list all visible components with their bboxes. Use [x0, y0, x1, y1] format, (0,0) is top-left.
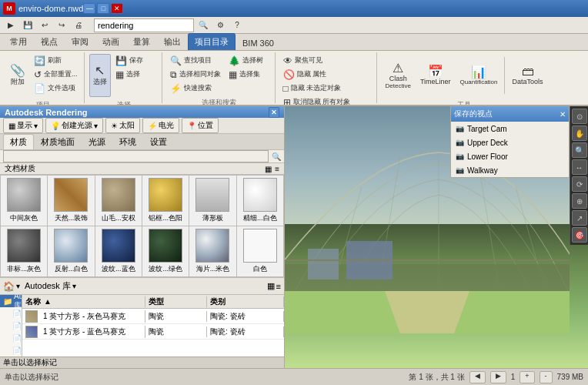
- lib-item-glass[interactable]: 📄 玻璃: [0, 320, 22, 332]
- hide-properties-button[interactable]: 🚫 隐藏 属性: [280, 68, 354, 81]
- home-icon[interactable]: 🏠: [3, 281, 15, 292]
- tab-settings[interactable]: 设置: [143, 134, 174, 149]
- status-nav-next[interactable]: ▶: [490, 371, 506, 383]
- quantification-button[interactable]: 📊 Quantification: [456, 54, 502, 97]
- tab-environment[interactable]: 环境: [112, 134, 143, 149]
- qa-btn-undo[interactable]: ↩: [37, 18, 52, 32]
- position-button[interactable]: 📍 位置: [182, 118, 219, 133]
- tab-changyon[interactable]: 常用: [3, 33, 34, 50]
- list-view-icon[interactable]: ≡: [275, 165, 279, 173]
- tab-bim360[interactable]: BIM 360: [236, 35, 281, 50]
- material-item-5[interactable]: 薄形板: [189, 176, 236, 226]
- datatools-button[interactable]: 🗃 DataTools: [508, 54, 546, 97]
- ribbon-col-project: 🔄 刷新 ↺ 全部重置... 📄 文件选项: [31, 54, 81, 95]
- tab-material-surface[interactable]: 材质地面: [34, 134, 82, 149]
- hide-unselected-button[interactable]: □ 隐藏 未选定对象: [280, 82, 354, 95]
- target-button[interactable]: 🎯: [572, 227, 587, 243]
- search-input[interactable]: [94, 18, 194, 32]
- material-item-8[interactable]: 反射...白色: [48, 226, 94, 276]
- selection-sets-button[interactable]: ▦ 选择集: [226, 68, 272, 81]
- qa-btn-help[interactable]: ?: [229, 18, 245, 32]
- maximize-button[interactable]: □: [97, 3, 109, 14]
- material-item-1[interactable]: 中间灰色: [1, 176, 47, 226]
- panel-close-button[interactable]: ✕: [269, 107, 279, 118]
- qa-btn-1[interactable]: ▶: [3, 18, 18, 32]
- tab-measure[interactable]: 量算: [126, 33, 157, 50]
- tab-materials[interactable]: 材质: [3, 134, 34, 149]
- display-mode-button[interactable]: ▦ 显示 ▾: [3, 118, 43, 133]
- lib-row-2[interactable]: 1 英寸方形 - 蓝色马赛克 陶瓷 陶瓷: 瓷砖: [22, 324, 284, 340]
- status-zoom-out[interactable]: -: [540, 371, 553, 383]
- material-item-7[interactable]: 非标...灰色: [1, 226, 47, 276]
- minimize-button[interactable]: —: [83, 3, 95, 14]
- unhide-all-button[interactable]: ⊞ 取消隐藏 所有对象: [280, 95, 354, 106]
- material-item-9[interactable]: 波纹...蓝色: [95, 226, 142, 276]
- lib-item-board[interactable]: 📄 护板: [0, 344, 22, 357]
- lib-item-surface[interactable]: 📄 表面处理: [0, 307, 22, 320]
- tab-review[interactable]: 审阅: [65, 33, 95, 50]
- quick-search-button[interactable]: ⚡ 快速搜索: [167, 82, 224, 95]
- select-tree-button[interactable]: 🌲 选择树: [226, 54, 272, 67]
- qa-btn-settings[interactable]: ⚙: [212, 18, 228, 32]
- tab-project-dir[interactable]: 项目目录: [188, 33, 236, 50]
- sv-item-4[interactable]: 📷 Walkway: [451, 163, 569, 177]
- tab-output[interactable]: 输出: [157, 33, 188, 50]
- lib-row-1[interactable]: 1 英寸方形 - 灰色马赛克 陶瓷 陶瓷: 瓷砖: [22, 309, 284, 324]
- orbit-button[interactable]: ⊙: [572, 109, 587, 124]
- clash-detective-button[interactable]: ⚠ Clash Detective: [382, 54, 415, 97]
- ribbon-group-tools-content: ⚠ Clash Detective 📅 TimeLiner 📊 Quantifi…: [382, 52, 547, 99]
- sv-item-1[interactable]: 📷 Target Cam: [451, 122, 569, 136]
- sun-button[interactable]: ☀ 太阳: [105, 118, 140, 133]
- rotate-button[interactable]: ⟳: [572, 176, 587, 192]
- tab-viewpoint[interactable]: 视点: [34, 33, 65, 50]
- select-same-button[interactable]: ⧉ 选择相同对象: [167, 68, 224, 81]
- lib-row-1-cat: 陶瓷: 瓷砖: [207, 311, 284, 322]
- material-search-input[interactable]: [3, 150, 269, 162]
- board-icon: 📄: [12, 346, 22, 355]
- material-item-11[interactable]: 海片...米色: [189, 226, 236, 276]
- material-item-10[interactable]: 波纹...绿色: [142, 226, 189, 276]
- find-items-button[interactable]: 🔍 查找项目: [167, 54, 224, 67]
- grid-view-icon[interactable]: ▦: [265, 165, 272, 173]
- col-type: 类型: [145, 296, 207, 307]
- zoom-in-button[interactable]: ⊕: [572, 193, 587, 209]
- folder-icon: 📁: [3, 297, 12, 306]
- focus-visible-button[interactable]: 👁 聚焦可见: [280, 54, 354, 67]
- lib-grid-icon[interactable]: ▦: [267, 281, 275, 291]
- material-item-12[interactable]: 白色: [237, 226, 283, 276]
- lib-item-floor[interactable]: 📄 地板: [0, 332, 22, 344]
- qa-btn-save[interactable]: 💾: [20, 18, 35, 32]
- status-nav-prev[interactable]: ◀: [469, 371, 486, 383]
- timeliner-button[interactable]: 📅 TimeLiner: [416, 54, 455, 97]
- sv-close-btn[interactable]: ✕: [560, 110, 566, 119]
- sv-item-3[interactable]: 📷 Lower Floor: [451, 149, 569, 163]
- refresh-button[interactable]: 🔄 刷新: [31, 54, 81, 67]
- reset-all-button[interactable]: ↺ 全部重置...: [31, 68, 81, 81]
- qa-btn-redo[interactable]: ↪: [54, 18, 69, 32]
- fit-button[interactable]: ↔: [572, 159, 587, 175]
- file-options-button[interactable]: 📄 文件选项: [31, 82, 81, 95]
- sv-item-2[interactable]: 📷 Upper Deck: [451, 136, 569, 149]
- material-item-4[interactable]: 铝框...色阳: [142, 176, 189, 226]
- select-tool-button[interactable]: ↗: [572, 210, 587, 226]
- material-item-2[interactable]: 天然...装饰: [48, 176, 94, 226]
- tab-animation[interactable]: 动画: [95, 33, 126, 50]
- lib-list-icon[interactable]: ≡: [276, 282, 281, 291]
- zoom-button[interactable]: 🔍: [572, 142, 587, 158]
- status-zoom-in[interactable]: +: [520, 371, 534, 383]
- save-select-button[interactable]: 💾 保存: [112, 54, 159, 67]
- select-sets-button[interactable]: ▦ 选择: [112, 68, 159, 81]
- tab-lights[interactable]: 光源: [82, 134, 112, 149]
- library-toolbar: 🏠 ▾ Autodesk 库 ▾ ▦ ≡: [0, 278, 284, 295]
- pan-button[interactable]: ✋: [572, 126, 587, 141]
- lib-item-autodesk[interactable]: 📁 Autodesk 库 🔒: [0, 295, 22, 307]
- create-light-button[interactable]: 💡 创建光源 ▾: [45, 118, 103, 133]
- sky-button[interactable]: ⚡ 电光: [142, 118, 179, 133]
- search-button[interactable]: 🔍: [195, 18, 211, 32]
- qa-btn-print[interactable]: 🖨: [71, 18, 86, 32]
- append-button[interactable]: 📎 附加: [6, 54, 29, 97]
- select-button[interactable]: ↖ 选择: [89, 54, 111, 97]
- close-button[interactable]: ✕: [111, 3, 123, 14]
- material-item-3[interactable]: 山毛...安权: [95, 176, 142, 226]
- material-item-6[interactable]: 精细...白色: [237, 176, 283, 226]
